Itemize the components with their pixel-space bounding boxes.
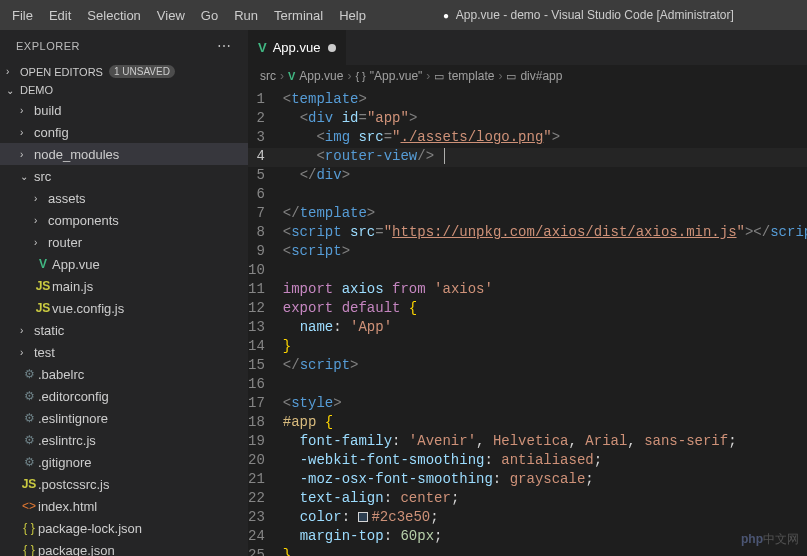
- code-line[interactable]: 8<script src="https://unpkg.com/axios/di…: [248, 224, 807, 243]
- code-line[interactable]: 6: [248, 186, 807, 205]
- code-line[interactable]: 23 color: #2c3e50;: [248, 509, 807, 528]
- file-package-json[interactable]: { }package.json: [0, 539, 248, 556]
- config-icon: ⚙: [20, 367, 38, 381]
- folder-src[interactable]: ⌄src: [0, 165, 248, 187]
- line-content[interactable]: <div id="app">: [283, 110, 807, 129]
- folder-build[interactable]: ›build: [0, 99, 248, 121]
- code-line[interactable]: 3 <img src="./assets/logo.png">: [248, 129, 807, 148]
- menu-selection[interactable]: Selection: [79, 8, 148, 23]
- line-number: 16: [248, 376, 283, 395]
- line-number: 13: [248, 319, 283, 338]
- code-line[interactable]: 24 margin-top: 60px;: [248, 528, 807, 547]
- menu-go[interactable]: Go: [193, 8, 226, 23]
- line-content[interactable]: #app {: [283, 414, 807, 433]
- menu-view[interactable]: View: [149, 8, 193, 23]
- code-line[interactable]: 2 <div id="app">: [248, 110, 807, 129]
- menu-help[interactable]: Help: [331, 8, 374, 23]
- file-index-html[interactable]: <>index.html: [0, 495, 248, 517]
- file--postcssrc-js[interactable]: JS.postcssrc.js: [0, 473, 248, 495]
- code-line[interactable]: 21 -moz-osx-font-smoothing: grayscale;: [248, 471, 807, 490]
- tab-app-vue[interactable]: V App.vue: [248, 30, 347, 65]
- file-App-vue[interactable]: VApp.vue: [0, 253, 248, 275]
- line-content[interactable]: -webkit-font-smoothing: antialiased;: [283, 452, 807, 471]
- file-package-lock-json[interactable]: { }package-lock.json: [0, 517, 248, 539]
- code-line[interactable]: 19 font-family: 'Avenir', Helvetica, Ari…: [248, 433, 807, 452]
- line-content[interactable]: <script>: [283, 243, 807, 262]
- code-line[interactable]: 10: [248, 262, 807, 281]
- code-line[interactable]: 22 text-align: center;: [248, 490, 807, 509]
- menu-terminal[interactable]: Terminal: [266, 8, 331, 23]
- code-line[interactable]: 13 name: 'App': [248, 319, 807, 338]
- line-content[interactable]: [283, 262, 807, 281]
- menu-run[interactable]: Run: [226, 8, 266, 23]
- tree-item-label: static: [34, 323, 64, 338]
- tree-item-label: config: [34, 125, 69, 140]
- line-content[interactable]: <router-view/>: [283, 148, 807, 167]
- modified-dot-icon: ●: [443, 10, 449, 21]
- line-content[interactable]: [283, 186, 807, 205]
- code-line[interactable]: 17<style>: [248, 395, 807, 414]
- file--eslintignore[interactable]: ⚙.eslintignore: [0, 407, 248, 429]
- code-line[interactable]: 20 -webkit-font-smoothing: antialiased;: [248, 452, 807, 471]
- folder-static[interactable]: ›static: [0, 319, 248, 341]
- line-content[interactable]: margin-top: 60px;: [283, 528, 807, 547]
- folder-router[interactable]: ›router: [0, 231, 248, 253]
- tree-item-label: node_modules: [34, 147, 119, 162]
- line-content[interactable]: <template>: [283, 91, 807, 110]
- tree-item-label: package-lock.json: [38, 521, 142, 536]
- tree-item-label: App.vue: [52, 257, 100, 272]
- code-line[interactable]: 7</template>: [248, 205, 807, 224]
- code-line[interactable]: 15</script>: [248, 357, 807, 376]
- line-content[interactable]: -moz-osx-font-smoothing: grayscale;: [283, 471, 807, 490]
- folder-test[interactable]: ›test: [0, 341, 248, 363]
- line-content[interactable]: text-align: center;: [283, 490, 807, 509]
- line-content[interactable]: <img src="./assets/logo.png">: [283, 129, 807, 148]
- file-vue-config-js[interactable]: JSvue.config.js: [0, 297, 248, 319]
- open-editors-section[interactable]: › OPEN EDITORS 1 UNSAVED: [0, 62, 248, 81]
- line-number: 3: [248, 129, 283, 148]
- folder-config[interactable]: ›config: [0, 121, 248, 143]
- breadcrumb-item[interactable]: ▭div#app: [506, 69, 562, 83]
- folder-node_modules[interactable]: ›node_modules: [0, 143, 248, 165]
- code-editor[interactable]: 1<template>2 <div id="app">3 <img src=".…: [248, 87, 807, 556]
- breadcrumb-item[interactable]: src: [260, 69, 276, 83]
- code-line[interactable]: 16: [248, 376, 807, 395]
- line-content[interactable]: </template>: [283, 205, 807, 224]
- code-line[interactable]: 25}: [248, 547, 807, 556]
- line-content[interactable]: [283, 376, 807, 395]
- folder-assets[interactable]: ›assets: [0, 187, 248, 209]
- breadcrumb-item[interactable]: { }"App.vue": [355, 69, 422, 83]
- project-section[interactable]: ⌄ DEMO: [0, 81, 248, 99]
- file--gitignore[interactable]: ⚙.gitignore: [0, 451, 248, 473]
- breadcrumb-item[interactable]: ▭template: [434, 69, 494, 83]
- code-line[interactable]: 18#app {: [248, 414, 807, 433]
- menu-file[interactable]: File: [4, 8, 41, 23]
- file--editorconfig[interactable]: ⚙.editorconfig: [0, 385, 248, 407]
- line-content[interactable]: }: [283, 338, 807, 357]
- file--eslintrc-js[interactable]: ⚙.eslintrc.js: [0, 429, 248, 451]
- menu-edit[interactable]: Edit: [41, 8, 79, 23]
- file--babelrc[interactable]: ⚙.babelrc: [0, 363, 248, 385]
- line-content[interactable]: import axios from 'axios': [283, 281, 807, 300]
- code-line[interactable]: 14}: [248, 338, 807, 357]
- line-content[interactable]: <script src="https://unpkg.com/axios/dis…: [283, 224, 807, 243]
- breadcrumbs[interactable]: src›VApp.vue›{ }"App.vue"›▭template›▭div…: [248, 65, 807, 87]
- code-line[interactable]: 12export default {: [248, 300, 807, 319]
- breadcrumb-item[interactable]: VApp.vue: [288, 69, 343, 83]
- line-content[interactable]: </script>: [283, 357, 807, 376]
- line-content[interactable]: <style>: [283, 395, 807, 414]
- line-content[interactable]: name: 'App': [283, 319, 807, 338]
- more-icon[interactable]: ⋯: [217, 38, 232, 54]
- line-content[interactable]: font-family: 'Avenir', Helvetica, Arial,…: [283, 433, 807, 452]
- line-content[interactable]: </div>: [283, 167, 807, 186]
- line-content[interactable]: }: [283, 547, 807, 556]
- code-line[interactable]: 1<template>: [248, 91, 807, 110]
- folder-components[interactable]: ›components: [0, 209, 248, 231]
- file-main-js[interactable]: JSmain.js: [0, 275, 248, 297]
- code-line[interactable]: 4 <router-view/>: [248, 148, 807, 167]
- code-line[interactable]: 5 </div>: [248, 167, 807, 186]
- code-line[interactable]: 11import axios from 'axios': [248, 281, 807, 300]
- line-content[interactable]: color: #2c3e50;: [283, 509, 807, 528]
- code-line[interactable]: 9<script>: [248, 243, 807, 262]
- line-content[interactable]: export default {: [283, 300, 807, 319]
